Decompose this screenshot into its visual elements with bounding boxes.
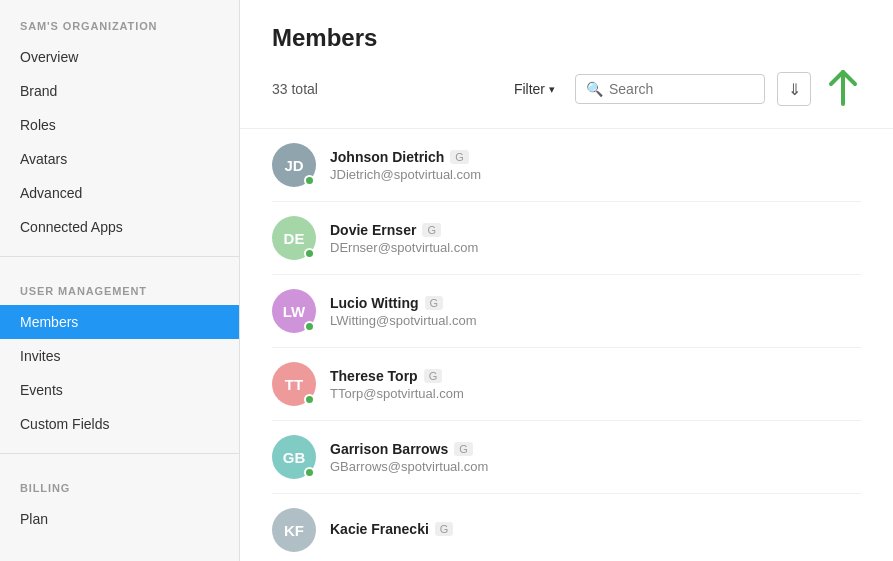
member-row[interactable]: TT Therese Torp G TTorp@spotvirtual.com [272,348,861,421]
guest-badge: G [425,296,444,310]
member-name: Johnson Dietrich [330,149,444,165]
sidebar-item-label: Connected Apps [20,219,123,235]
member-row[interactable]: DE Dovie Ernser G DErnser@spotvirtual.co… [272,202,861,275]
avatar: KF [272,508,316,552]
member-row[interactable]: JD Johnson Dietrich G JDietrich@spotvirt… [272,129,861,202]
sidebar-item-label: Brand [20,83,57,99]
sidebar-item-label: Events [20,382,63,398]
member-name-row: Kacie Franecki G [330,521,453,537]
member-info: Johnson Dietrich G JDietrich@spotvirtual… [330,149,481,182]
sidebar-item-advanced[interactable]: Advanced [0,176,239,210]
online-indicator [304,248,315,259]
avatar-initials: LW [283,303,306,320]
member-email: DErnser@spotvirtual.com [330,240,478,255]
sidebar-item-label: Plan [20,511,48,527]
online-indicator [304,175,315,186]
scroll-top-button[interactable] [825,66,861,112]
member-name: Dovie Ernser [330,222,416,238]
member-name: Therese Torp [330,368,418,384]
toolbar: 33 total Filter ▾ 🔍 ⇓ [272,66,861,112]
avatar: TT [272,362,316,406]
guest-badge: G [450,150,469,164]
avatar: JD [272,143,316,187]
sidebar-divider-1 [0,256,239,257]
arrow-up-icon [825,66,861,112]
member-email: GBarrows@spotvirtual.com [330,459,488,474]
avatar: DE [272,216,316,260]
sidebar-item-label: Members [20,314,78,330]
member-name-row: Johnson Dietrich G [330,149,481,165]
filter-button[interactable]: Filter ▾ [506,75,563,103]
member-info: Garrison Barrows G GBarrows@spotvirtual.… [330,441,488,474]
sidebar-item-invites[interactable]: Invites [0,339,239,373]
sidebar-item-avatars[interactable]: Avatars [0,142,239,176]
member-row[interactable]: KF Kacie Franecki G [272,494,861,561]
guest-badge: G [435,522,454,536]
sidebar-item-overview[interactable]: Overview [0,40,239,74]
sidebar-item-plan[interactable]: Plan [0,502,239,536]
member-info: Therese Torp G TTorp@spotvirtual.com [330,368,464,401]
member-info: Lucio Witting G LWitting@spotvirtual.com [330,295,477,328]
guest-badge: G [424,369,443,383]
avatar-initials: KF [284,522,304,539]
sidebar-item-custom-fields[interactable]: Custom Fields [0,407,239,441]
member-email: LWitting@spotvirtual.com [330,313,477,328]
sidebar-item-label: Invites [20,348,60,364]
sidebar-item-connected-apps[interactable]: Connected Apps [0,210,239,244]
member-name-row: Therese Torp G [330,368,464,384]
sidebar-section-um-label: USER MANAGEMENT [0,285,239,305]
member-name: Lucio Witting [330,295,419,311]
member-row[interactable]: GB Garrison Barrows G GBarrows@spotvirtu… [272,421,861,494]
sidebar: SAM'S ORGANIZATION Overview Brand Roles … [0,0,240,561]
avatar-initials: DE [284,230,305,247]
sidebar-item-members[interactable]: Members [0,305,239,339]
sidebar-item-brand[interactable]: Brand [0,74,239,108]
avatar: GB [272,435,316,479]
main-header: Members 33 total Filter ▾ 🔍 ⇓ [240,0,893,129]
sidebar-item-events[interactable]: Events [0,373,239,407]
avatar-initials: JD [284,157,303,174]
member-name: Kacie Franecki [330,521,429,537]
main-content: Members 33 total Filter ▾ 🔍 ⇓ [240,0,893,561]
sidebar-section-billing-label: BILLING [0,482,239,502]
avatar-initials: GB [283,449,306,466]
page-title: Members [272,24,861,52]
avatar-initials: TT [285,376,303,393]
guest-badge: G [422,223,441,237]
online-indicator [304,321,315,332]
search-box: 🔍 [575,74,765,104]
filter-label: Filter [514,81,545,97]
member-info: Kacie Franecki G [330,521,453,539]
member-name: Garrison Barrows [330,441,448,457]
online-indicator [304,467,315,478]
filter-chevron-icon: ▾ [549,83,555,96]
search-icon: 🔍 [586,81,603,97]
members-list: JD Johnson Dietrich G JDietrich@spotvirt… [240,129,893,561]
member-row[interactable]: LW Lucio Witting G LWitting@spotvirtual.… [272,275,861,348]
download-button[interactable]: ⇓ [777,72,811,106]
guest-badge: G [454,442,473,456]
member-email: TTorp@spotvirtual.com [330,386,464,401]
member-name-row: Dovie Ernser G [330,222,478,238]
sidebar-item-label: Avatars [20,151,67,167]
online-indicator [304,394,315,405]
sidebar-item-label: Advanced [20,185,82,201]
total-count: 33 total [272,81,494,97]
sidebar-item-label: Overview [20,49,78,65]
member-info: Dovie Ernser G DErnser@spotvirtual.com [330,222,478,255]
sidebar-section-org-label: SAM'S ORGANIZATION [0,20,239,40]
search-input[interactable] [609,81,754,97]
download-icon: ⇓ [788,80,801,99]
sidebar-divider-2 [0,453,239,454]
member-email: JDietrich@spotvirtual.com [330,167,481,182]
sidebar-item-label: Roles [20,117,56,133]
sidebar-item-label: Custom Fields [20,416,109,432]
member-name-row: Lucio Witting G [330,295,477,311]
sidebar-item-roles[interactable]: Roles [0,108,239,142]
member-name-row: Garrison Barrows G [330,441,488,457]
avatar: LW [272,289,316,333]
